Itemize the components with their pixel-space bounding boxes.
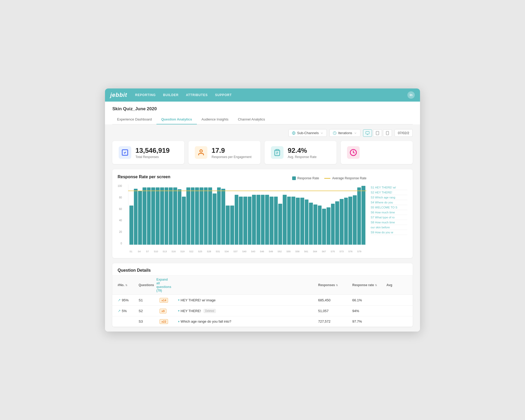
sidebar-list-item[interactable]: our skin before	[371, 225, 407, 230]
chart-bar[interactable]	[226, 206, 230, 245]
chart-bar[interactable]	[327, 207, 330, 245]
subchannels-dropdown[interactable]: Sub-Channels	[288, 129, 327, 137]
chart-bar[interactable]	[129, 206, 133, 245]
tablet-icon	[375, 131, 380, 135]
chart-bar[interactable]	[151, 187, 155, 245]
chart-bar[interactable]	[160, 187, 164, 245]
iterations-dropdown[interactable]: Iterations	[329, 129, 360, 137]
expand-arrow[interactable]: ▾	[178, 298, 180, 302]
share-icon[interactable]: ↗	[118, 309, 121, 313]
chart-bar[interactable]	[243, 197, 247, 245]
chart-bar[interactable]	[191, 187, 195, 245]
chart-bar[interactable]	[278, 204, 282, 245]
chart-bar[interactable]	[261, 195, 265, 245]
td-question: ▾ Which age range do you fall into?	[178, 319, 318, 323]
chart-bar[interactable]	[195, 187, 199, 245]
view-desktop-btn[interactable]	[363, 129, 372, 137]
chart-bar[interactable]	[200, 187, 203, 245]
chart-bar[interactable]	[309, 203, 313, 245]
chart-bar[interactable]	[213, 193, 217, 245]
stat-info-3: 92.4% Avg. Response Rate	[288, 146, 317, 159]
tab-channel-analytics[interactable]: Channel Analytics	[233, 115, 270, 124]
chart-bar[interactable]	[147, 187, 151, 245]
expand-arrow[interactable]: ▾	[178, 320, 180, 323]
chart-bar[interactable]	[165, 187, 169, 245]
chart-bar[interactable]	[248, 197, 252, 245]
sidebar-list-item[interactable]: S6 How much time	[371, 210, 407, 215]
chart-bar[interactable]	[265, 195, 269, 245]
chart-bar[interactable]	[331, 204, 335, 245]
x-tick-label: S25	[198, 250, 202, 253]
sidebar-list-item[interactable]: S2 HEY THERE!	[371, 190, 407, 195]
tab-audience-insights[interactable]: Audience Insights	[197, 115, 233, 124]
sort-no-icon[interactable]: ⇅	[125, 284, 127, 287]
chart-bar[interactable]	[239, 197, 243, 245]
chart-bar[interactable]	[300, 198, 304, 245]
sort-rate-icon[interactable]: ⇅	[375, 284, 377, 287]
chart-bar[interactable]	[208, 187, 212, 245]
view-icons	[363, 129, 392, 137]
chart-bar[interactable]	[283, 195, 287, 245]
chart-bar[interactable]	[318, 206, 322, 245]
x-tick-label: S49	[269, 250, 273, 253]
chart-area: 100 80 60 40 20 0 S1S4S7S10S13S16S19S22S…	[118, 185, 366, 253]
chart-bar[interactable]	[313, 204, 317, 245]
nav-attributes[interactable]: ATTRIBUTES	[186, 92, 208, 98]
chart-bar[interactable]	[256, 195, 260, 245]
chart-bar[interactable]	[204, 187, 208, 245]
chart-bar[interactable]	[156, 187, 160, 245]
date-picker[interactable]: 07/02/2	[395, 129, 413, 137]
chart-bar[interactable]	[138, 191, 142, 245]
sidebar-list-item[interactable]: S5 WELCOME TO S	[371, 205, 407, 210]
tab-experience-dashboard[interactable]: Experience Dashboard	[112, 115, 156, 124]
avatar[interactable]: In	[407, 91, 415, 99]
sidebar-list-item[interactable]: S9 How do you w	[371, 230, 407, 235]
tab-question-analytics[interactable]: Question Analytics	[156, 115, 197, 124]
chart-bar[interactable]	[305, 200, 309, 245]
sort-responses-icon[interactable]: ⇅	[336, 284, 338, 287]
chart-bar[interactable]	[230, 206, 234, 245]
stats-row: 13,546,919 Total Responses 17.9 Response…	[112, 141, 413, 164]
chart-bar[interactable]	[270, 197, 274, 245]
stat-label-avg-rate: Avg. Response Rate	[288, 155, 317, 159]
chart-bar[interactable]	[274, 197, 278, 245]
x-tick-label: S43	[251, 250, 255, 253]
chart-bar[interactable]	[178, 189, 182, 245]
chart-bar[interactable]	[134, 189, 138, 245]
chart-bar[interactable]	[296, 198, 300, 245]
chart-bar[interactable]	[186, 187, 190, 245]
x-tick-label: S46	[260, 250, 264, 253]
chart-bar[interactable]	[221, 189, 225, 245]
chart-bar[interactable]	[182, 197, 186, 245]
sidebar-list-item[interactable]: S7 What type of ro	[371, 215, 407, 220]
chart-bar[interactable]	[335, 201, 339, 245]
sidebar-list-item[interactable]: S1 HEY THERE! w/	[371, 185, 407, 190]
sidebar-list-item[interactable]: S8 How much time	[371, 220, 407, 225]
nav-support[interactable]: SUPPORT	[215, 92, 232, 98]
chart-bar[interactable]	[322, 209, 326, 245]
chart-bar[interactable]	[143, 187, 146, 245]
chart-bar[interactable]	[344, 198, 348, 245]
sidebar-list-item[interactable]: S3 Which age rang	[371, 195, 407, 200]
chart-bar[interactable]	[348, 197, 352, 245]
share-icon[interactable]: ↗	[118, 298, 121, 302]
view-tablet-btn[interactable]	[373, 129, 382, 137]
chart-bar[interactable]	[353, 195, 357, 245]
x-tick-label: S40	[242, 250, 246, 253]
view-mobile-btn[interactable]	[383, 129, 392, 137]
chart-bar[interactable]	[361, 186, 365, 245]
expand-arrow[interactable]: ▾	[178, 309, 180, 313]
chart-bar[interactable]	[173, 187, 177, 245]
chart-bar[interactable]	[169, 187, 173, 245]
chart-bar[interactable]	[340, 199, 344, 245]
nav-reporting[interactable]: REPORTING	[135, 92, 156, 98]
chart-bar[interactable]	[357, 187, 361, 245]
chart-bar[interactable]	[235, 195, 239, 245]
chart-bar[interactable]	[291, 197, 295, 245]
legend-rate: Response Rate	[292, 176, 319, 180]
chart-bar[interactable]	[252, 195, 256, 245]
nav-builder[interactable]: BUILDER	[163, 92, 178, 98]
chart-bar[interactable]	[217, 187, 221, 245]
chart-bar[interactable]	[287, 197, 291, 245]
sidebar-list-item[interactable]: S4 Where do you	[371, 200, 407, 205]
